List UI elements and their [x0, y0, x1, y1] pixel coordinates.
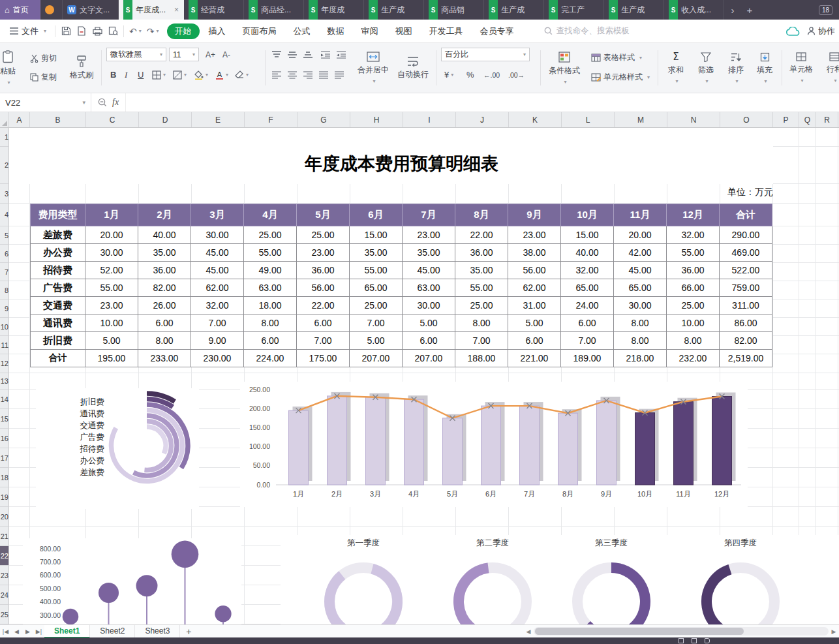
table-cell[interactable]: 8.00: [614, 332, 667, 350]
table-cell[interactable]: 45.00: [191, 244, 244, 262]
table-cell[interactable]: 224.00: [244, 350, 297, 367]
bold-button[interactable]: B: [108, 68, 118, 82]
prev-sheet-button[interactable]: ◀: [11, 628, 22, 635]
table-cell[interactable]: 189.00: [561, 350, 614, 367]
column-header-L[interactable]: L: [562, 112, 615, 127]
sum-button[interactable]: Σ 求和: [662, 46, 690, 89]
fill-button[interactable]: 填充: [750, 46, 779, 89]
row-header-10[interactable]: 10: [0, 318, 9, 336]
table-cell[interactable]: 32.00: [667, 226, 720, 244]
export-pdf-button[interactable]: [74, 24, 89, 38]
doc-tab-6[interactable]: S年度成: [304, 0, 364, 20]
row-header-3[interactable]: 3: [0, 184, 9, 204]
table-cell[interactable]: 25.00: [244, 226, 297, 244]
table-cell[interactable]: 10.00: [85, 314, 138, 332]
table-cell[interactable]: 32.00: [561, 262, 614, 279]
menu-tab-2[interactable]: 页面布局: [235, 23, 284, 39]
menu-tab-6[interactable]: 视图: [388, 23, 420, 39]
table-cell[interactable]: 合计: [31, 350, 85, 367]
align-left-button[interactable]: [270, 68, 283, 82]
column-header-M[interactable]: M: [615, 112, 667, 127]
table-cell[interactable]: 207.00: [403, 350, 455, 367]
doc-tab-2[interactable]: W文字文...: [63, 0, 119, 20]
menu-tab-1[interactable]: 插入: [201, 23, 234, 39]
decrease-indent-button[interactable]: [319, 48, 332, 61]
table-cell[interactable]: 30.00: [614, 297, 667, 314]
sort-button[interactable]: 排序: [722, 46, 750, 89]
column-header-Q[interactable]: Q: [799, 112, 816, 127]
font-color-button[interactable]: A: [213, 68, 230, 82]
font-size-select[interactable]: 11▾: [169, 48, 199, 61]
menu-tab-8[interactable]: 会员专享: [472, 23, 522, 39]
number-format-select[interactable]: 百分比▾: [441, 48, 530, 61]
row-header-22[interactable]: 22: [0, 546, 9, 566]
row-header-6[interactable]: 6: [0, 245, 9, 263]
file-menu-button[interactable]: 文件: [4, 23, 52, 40]
table-cell[interactable]: 6.00: [561, 314, 614, 332]
table-cell[interactable]: 7.00: [191, 314, 244, 332]
row-header-11[interactable]: 11: [0, 336, 9, 354]
new-tab-button[interactable]: +: [741, 0, 758, 20]
table-cell[interactable]: 30.00: [403, 297, 455, 314]
table-cell[interactable]: 45.00: [614, 262, 667, 279]
table-cell[interactable]: 办公费: [31, 244, 85, 262]
table-header-cell[interactable]: 5月: [297, 204, 350, 226]
doc-tab-8[interactable]: S商品销: [424, 0, 484, 20]
page-layout-view-icon[interactable]: [692, 638, 697, 643]
reading-view-icon[interactable]: [705, 638, 710, 643]
table-cell[interactable]: 23.00: [297, 244, 350, 262]
row-header-13[interactable]: 13: [0, 373, 9, 390]
table-cell[interactable]: 8.00: [138, 332, 191, 350]
table-cell[interactable]: 5.00: [508, 314, 561, 332]
column-header-K[interactable]: K: [509, 112, 562, 127]
table-cell[interactable]: 469.00: [720, 244, 772, 262]
table-cell[interactable]: 221.00: [508, 350, 561, 367]
justify-button[interactable]: [317, 68, 330, 82]
table-cell[interactable]: 35.00: [455, 262, 508, 279]
table-cell[interactable]: 36.00: [667, 262, 720, 279]
table-cell[interactable]: 6.00: [244, 332, 297, 350]
undo-button[interactable]: ↶: [127, 26, 144, 37]
copy-button[interactable]: 复制: [27, 70, 59, 84]
table-cell[interactable]: 15.00: [350, 226, 403, 244]
table-cell[interactable]: 30.00: [85, 244, 138, 262]
command-search[interactable]: 查找命令、搜索模板: [544, 25, 630, 37]
table-header-cell[interactable]: 费用类型: [31, 204, 85, 226]
doc-tab-1[interactable]: [40, 0, 63, 20]
row-header-16[interactable]: 16: [0, 429, 9, 448]
table-cell[interactable]: 55.00: [350, 262, 403, 279]
more-tabs-button[interactable]: ›: [724, 0, 741, 20]
table-cell[interactable]: 折旧费: [31, 332, 85, 350]
doc-tab-12[interactable]: S收入成...: [664, 0, 724, 20]
conditional-format-button[interactable]: 条件格式: [544, 46, 585, 89]
table-header-cell[interactable]: 6月: [350, 204, 403, 226]
select-all-corner[interactable]: [0, 112, 9, 127]
table-cell[interactable]: 32.00: [191, 297, 244, 314]
table-cell[interactable]: 49.00: [244, 262, 297, 279]
table-cell[interactable]: 9.00: [191, 332, 244, 350]
column-header-H[interactable]: H: [350, 112, 403, 127]
redo-button[interactable]: ↷: [144, 26, 162, 37]
decrease-font-button[interactable]: A-: [221, 48, 232, 61]
table-cell[interactable]: 66.00: [667, 279, 720, 297]
underline-button[interactable]: U: [136, 68, 145, 82]
table-cell[interactable]: 6.00: [508, 332, 561, 350]
table-cell[interactable]: 31.00: [508, 297, 561, 314]
table-cell[interactable]: 招待费: [31, 262, 85, 279]
chart-monthly-combo[interactable]: 0.0050.00100.00150.00200.00250.001月2月3月4…: [240, 382, 748, 507]
table-cell[interactable]: 42.00: [614, 244, 667, 262]
font-name-select[interactable]: 微软雅黑▾: [106, 48, 166, 61]
row-header-1[interactable]: 1: [0, 128, 9, 147]
row-header-25[interactable]: 25: [0, 605, 9, 624]
table-cell[interactable]: 55.00: [85, 279, 138, 297]
table-cell[interactable]: 86.00: [720, 314, 772, 332]
increase-font-button[interactable]: A+: [204, 48, 217, 61]
table-cell[interactable]: 22.00: [297, 297, 350, 314]
menu-tab-5[interactable]: 审阅: [354, 23, 386, 39]
table-cell[interactable]: 45.00: [403, 262, 455, 279]
percent-style-button[interactable]: %: [465, 68, 476, 82]
align-middle-button[interactable]: [286, 48, 299, 61]
table-cell[interactable]: 2,519.00: [720, 350, 772, 367]
table-header-cell[interactable]: 4月: [244, 204, 297, 226]
table-cell[interactable]: 8.00: [667, 332, 720, 350]
